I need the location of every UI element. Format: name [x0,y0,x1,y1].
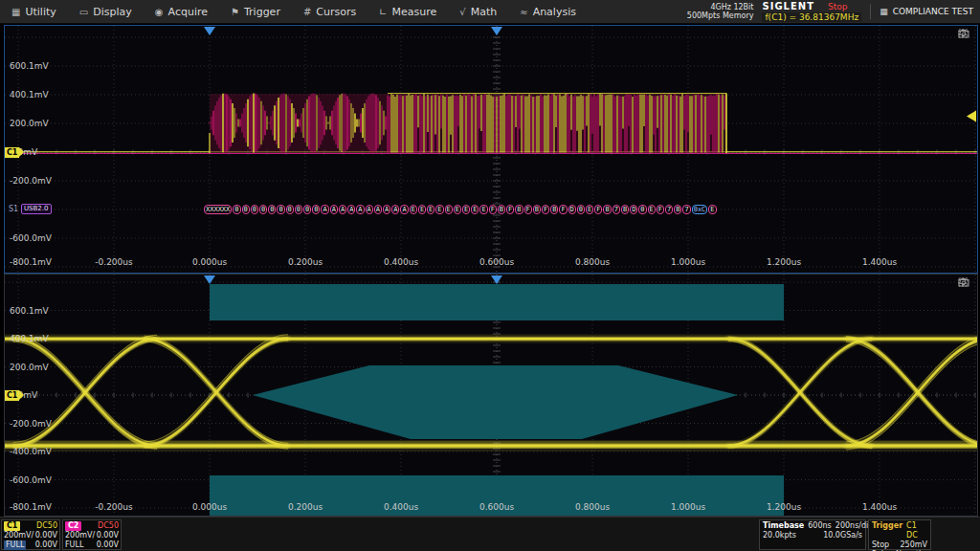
grid-icon: ▦ [880,7,888,16]
decode-token: 0 [259,205,267,214]
memory-label: 500Mpts Memory [687,11,754,20]
trigger-position-marker[interactable] [491,276,502,284]
trigger-position-marker[interactable] [491,27,502,35]
c1-channel-marker[interactable]: C1 [5,390,19,401]
run-state-indicator[interactable]: Stop [828,2,847,11]
menu-measure[interactable]: ∟Measure [368,0,448,23]
decode-token: E [471,205,479,214]
decode-token: F [594,205,602,214]
trigger-position-marker[interactable] [204,27,215,35]
y-axis-label: -800.1mV [10,257,52,267]
decode-token: B [621,205,629,214]
c1-offset: 0.00V [35,531,57,540]
y-axis-label: -800.1mV [10,502,52,512]
menu-trigger[interactable]: ⚑Trigger [219,0,292,23]
x-axis-label: 0.600us [475,257,519,267]
decode-token: E [454,205,461,214]
brand-block: SIGLENT Stop f(C1) = 36.81367MHz [762,2,861,22]
menu-label: Analysis [533,6,576,18]
decode-token: 0 [277,205,284,214]
waveform-grid-top[interactable]: 600.1mV400.1mV200.0mV0.0mV-200.0mV-600.0… [4,25,978,274]
timebase-title: Timebase [763,521,804,531]
trigger-level-marker[interactable] [967,111,976,122]
trigger-box[interactable]: TriggerC1 DC Stop250mV PulseNegative [868,519,931,550]
c2-bandwidth: FULL [65,540,83,550]
decode-token: A [366,205,373,214]
decode-token: E [418,205,426,214]
decode-token: E [410,205,417,214]
menu-analysis[interactable]: ≈Analysis [508,0,588,23]
c1-badge[interactable]: C1 [4,521,20,531]
menu-utility[interactable]: ▦Utility [0,0,68,23]
decode-bus-id: S1 [9,205,18,213]
decode-token: E [462,205,470,214]
menu-display[interactable]: ▭Display [68,0,144,23]
decode-token: A [330,205,338,214]
trigger-position-marker[interactable] [204,276,215,284]
channel-c2-box[interactable]: C2DC50 200mV/0.00V FULL0.00V [62,519,122,550]
menu-math[interactable]: √Math [448,0,508,23]
decode-token: 7 [665,205,673,214]
decode-token: A [374,205,382,214]
decode-token: F [506,205,514,214]
timebase-box[interactable]: Timebase600ns200ns/div 20.0kpts10.0GSa/s [759,519,866,550]
menu-acquire[interactable]: ◉Acquire [144,0,219,23]
decode-token: F [524,205,532,214]
c1-channel-marker[interactable]: C1 [5,147,19,158]
decode-token: 0 [268,205,276,214]
decode-token: F [657,205,664,214]
decode-token: F [542,205,549,214]
y-axis-label: -200.0mV [10,176,52,186]
decode-token: B [550,205,558,214]
decode-token: 0 [242,205,250,214]
decode-token: D [568,205,576,214]
c1-coupling: DC50 [36,521,57,531]
compliance-test-button[interactable]: ▦ COMPLIANCE TEST [870,4,977,19]
timebase-delay: 600ns [808,521,832,531]
decode-token: F [559,205,567,214]
y-axis-label: 400.1mV [10,334,49,343]
menu-label: Cursors [316,6,356,18]
decode-token: E [586,205,593,214]
menu-cursors[interactable]: #Cursors [292,0,368,23]
menu-label: Acquire [168,6,208,18]
compliance-test-label: COMPLIANCE TEST [893,7,973,16]
x-axis-label: 1.000us [666,502,710,512]
y-axis-label: -600.0mV [10,475,52,485]
decode-token: B [603,205,611,214]
decode-token: XXXXXX [204,205,232,214]
x-axis-label: 0.400us [379,502,423,512]
menu-label: Utility [25,6,56,18]
c2-badge[interactable]: C2 [65,521,81,531]
decode-token: 0xC [692,205,708,214]
trigger-title: Trigger [872,521,902,540]
decode-token: 0 [233,205,240,214]
status-bar: C1DC50 200mV/0.00V FULL0.00V C2DC50 200m… [0,517,980,551]
trigger-source: C1 DC [906,521,927,540]
acquisition-info: 4GHz 12Bit 500Mpts Memory [687,3,754,20]
eye-diagram-grid[interactable]: 600.1mV400.1mV200.0mV0.0mV-200.0mV-400.0… [4,274,978,517]
decode-token: 0 [312,205,320,214]
decode-token: E [445,205,453,214]
decode-token: B [674,205,681,214]
decode-token: A [383,205,390,214]
decode-bus-type[interactable]: USB2.0 [21,204,52,214]
decode-token: E [479,205,487,214]
x-axis-label: 1.400us [858,257,902,267]
x-axis-label: -0.200us [92,502,136,512]
x-axis-label: 0.000us [188,502,232,512]
trigger-level: 250mV [900,540,927,550]
analysis-icon: ≈ [520,7,527,17]
decode-token: 0 [251,205,258,214]
decode-token: B [515,205,523,214]
y-axis-label: 400.1mV [10,90,49,99]
decode-token: E [648,205,656,214]
decode-token: D [630,205,637,214]
timebase-points: 20.0kpts [763,531,796,540]
x-axis-label: 1.200us [762,502,806,512]
mask-center [253,365,738,439]
channel-c1-box[interactable]: C1DC50 200mV/0.00V FULL0.00V [1,519,60,550]
mask-top [210,284,784,320]
decode-token: A [339,205,346,214]
utility-icon: ▦ [11,7,20,17]
